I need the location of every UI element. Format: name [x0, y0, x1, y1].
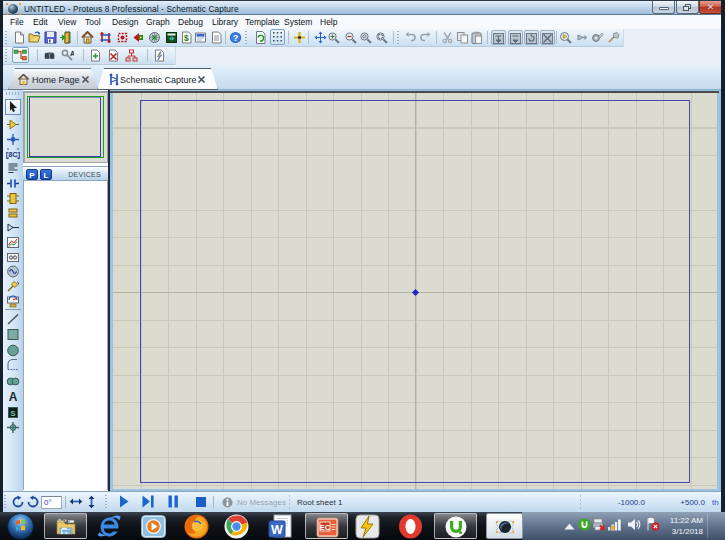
svg-text:A: A	[70, 50, 74, 57]
svg-text:EC: EC	[320, 523, 331, 532]
svg-text:[8C]: [8C]	[6, 150, 20, 159]
svg-text:$: $	[183, 33, 188, 43]
svg-text:W: W	[271, 523, 283, 537]
svg-text:S: S	[10, 408, 16, 417]
svg-text:A: A	[9, 390, 18, 403]
svg-text:?: ?	[233, 33, 238, 43]
